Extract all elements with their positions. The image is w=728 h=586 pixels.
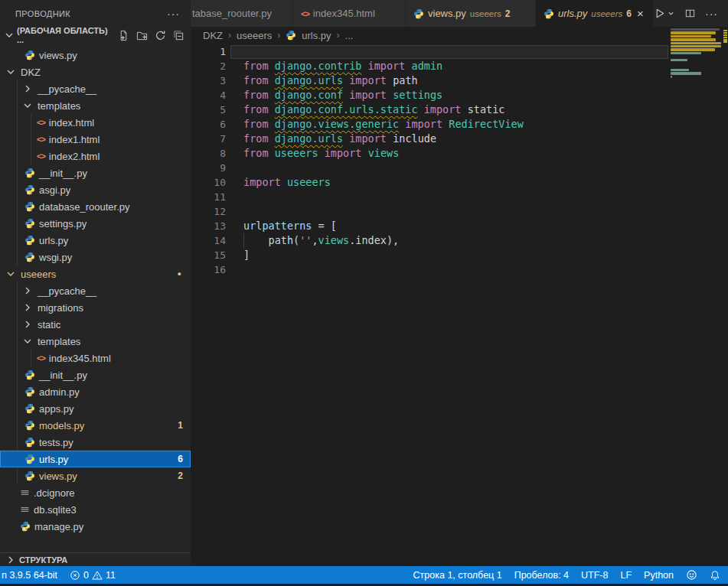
workspace-section-header[interactable]: (РАБОЧАЯ ОБЛАСТЬ) ... — [0, 27, 191, 44]
encoding[interactable]: UTF-8 — [581, 570, 608, 581]
outline-section-header[interactable]: СТРУКТУРА — [0, 552, 191, 566]
tree-item-DKZ[interactable]: DKZ — [0, 63, 191, 80]
code-line-4[interactable]: 4from django.conf import settings — [191, 88, 728, 103]
tree-item-__init__.py[interactable]: __init__.py — [0, 164, 191, 181]
tree-item-settings.py[interactable]: settings.py — [0, 215, 191, 232]
language-mode[interactable]: Python — [644, 570, 674, 581]
tree-item-label: __pycache__ — [38, 83, 96, 95]
line-number[interactable]: 11 — [191, 190, 226, 204]
python-icon — [24, 386, 35, 397]
run-button[interactable] — [654, 8, 675, 19]
line-number[interactable]: 16 — [191, 262, 226, 277]
chevron-down-icon — [3, 29, 15, 41]
code-line-15[interactable]: 15] — [191, 248, 728, 262]
code-line-14[interactable]: 14 path('',views.index), — [191, 233, 728, 248]
tab-description: useeers — [591, 9, 622, 18]
tree-item-templates[interactable]: templates — [0, 97, 191, 114]
tree-item-index1.html[interactable]: <>index1.html — [0, 131, 191, 148]
code-line-1[interactable]: 1 — [191, 44, 728, 59]
new-file-icon[interactable] — [118, 30, 129, 41]
tab-urls.py[interactable]: urls.pyuseeers6× — [536, 0, 654, 27]
code-line-7[interactable]: 7from django.urls import include — [191, 132, 728, 146]
split-editor-icon[interactable] — [684, 8, 696, 19]
line-number[interactable]: 9 — [191, 161, 226, 175]
line-number[interactable]: 5 — [191, 103, 226, 117]
minimap[interactable] — [669, 28, 723, 151]
tree-item-templates[interactable]: templates — [0, 333, 191, 350]
tree-item-index2.html[interactable]: <>index2.html — [0, 148, 191, 164]
python-interpreter[interactable]: n 3.9.5 64-bit — [2, 570, 57, 581]
line-number[interactable]: 2 — [191, 59, 226, 73]
line-number[interactable]: 4 — [191, 88, 226, 103]
explorer-more-actions-icon[interactable]: ··· — [167, 8, 180, 20]
eol-indicator[interactable]: LF — [620, 570, 632, 581]
tree-item-views.py[interactable]: views.py2 — [0, 467, 191, 484]
code-line-10[interactable]: 10import useeers — [191, 175, 728, 190]
cursor-position[interactable]: Строка 1, столбец 1 — [413, 570, 502, 581]
tree-item-models.py[interactable]: models.py1 — [0, 417, 191, 434]
tab-index345.html[interactable]: <>index345.html — [293, 0, 406, 27]
tree-item-label: __pycache__ — [38, 285, 96, 297]
breadcrumb-item[interactable]: useeers — [237, 30, 272, 41]
line-number[interactable]: 6 — [191, 117, 226, 132]
tree-item-apps.py[interactable]: apps.py — [0, 400, 191, 417]
problems-indicator[interactable]: 0 11 — [70, 570, 116, 581]
new-folder-icon[interactable] — [136, 30, 148, 41]
feedback-icon[interactable] — [686, 569, 697, 581]
line-number[interactable]: 12 — [191, 204, 226, 219]
code-line-6[interactable]: 6from django.views.generic import Redire… — [191, 117, 728, 132]
line-number[interactable]: 7 — [191, 132, 226, 146]
tree-item-static[interactable]: static — [0, 316, 191, 333]
collapse-all-icon[interactable] — [173, 30, 184, 41]
tree-item-manage.py[interactable]: manage.py — [0, 518, 191, 535]
code-line-9[interactable]: 9 — [191, 161, 728, 175]
indentation[interactable]: Пробелов: 4 — [514, 570, 569, 581]
code-area[interactable]: 12from django.contrib import admin3from … — [191, 44, 728, 277]
code-line-16[interactable]: 16 — [191, 262, 728, 277]
code-line-8[interactable]: 8from useeers import views — [191, 146, 728, 161]
tree-item-database_roouter.py[interactable]: database_roouter.py — [0, 198, 191, 215]
code-line-5[interactable]: 5from django.conf.urls.static import sta… — [191, 103, 728, 117]
chevron-down-icon[interactable] — [667, 9, 675, 18]
tree-item-tests.py[interactable]: tests.py — [0, 434, 191, 451]
code-line-12[interactable]: 12 — [191, 204, 728, 219]
code-line-3[interactable]: 3from django.urls import path — [191, 73, 728, 88]
tree-item-asgi.py[interactable]: asgi.py — [0, 181, 191, 198]
refresh-icon[interactable] — [155, 30, 166, 41]
breadcrumb-item[interactable]: urls.py — [302, 30, 331, 41]
line-number[interactable]: 14 — [191, 233, 226, 248]
code-line-11[interactable]: 11 — [191, 190, 728, 204]
tree-item-useeers[interactable]: useeers● — [0, 265, 191, 282]
close-icon[interactable]: × — [637, 8, 644, 19]
tree-item-migrations[interactable]: migrations — [0, 299, 191, 316]
overview-ruler[interactable] — [723, 27, 728, 549]
line-number[interactable]: 10 — [191, 175, 226, 190]
tree-item-__pycache__[interactable]: __pycache__ — [0, 80, 191, 97]
breadcrumb-item[interactable]: ... — [345, 30, 354, 41]
line-number[interactable]: 15 — [191, 248, 226, 262]
code-line-2[interactable]: 2from django.contrib import admin — [191, 59, 728, 73]
python-icon — [24, 50, 35, 60]
line-number[interactable]: 13 — [191, 219, 226, 233]
code-line-13[interactable]: 13urlpatterns = [ — [191, 219, 728, 233]
tab-tabase_roouter.py[interactable]: tabase_roouter.py — [191, 0, 293, 27]
line-number[interactable]: 3 — [191, 73, 226, 88]
tree-item-index.html[interactable]: <>index.html — [0, 114, 191, 131]
tree-item-admin.py[interactable]: admin.py — [0, 383, 191, 400]
tree-item-index345.html[interactable]: <>index345.html — [0, 350, 191, 366]
tree-item-db.sqlite3[interactable]: db.sqlite3 — [0, 501, 191, 518]
tree-item-views.py[interactable]: views.py — [0, 47, 191, 63]
workspace-label: (РАБОЧАЯ ОБЛАСТЬ) ... — [17, 26, 116, 44]
tree-item-wsgi.py[interactable]: wsgi.py — [0, 249, 191, 265]
line-number[interactable]: 1 — [191, 44, 226, 59]
tree-item-urls.py[interactable]: urls.py — [0, 232, 191, 249]
tree-item-__pycache__[interactable]: __pycache__ — [0, 282, 191, 299]
line-number[interactable]: 8 — [191, 146, 226, 161]
bell-icon[interactable] — [710, 570, 720, 581]
more-actions-icon[interactable]: ··· — [705, 8, 718, 20]
tab-views.py[interactable]: views.pyuseeers2 — [406, 0, 536, 27]
tree-item-.dcignore[interactable]: .dcignore — [0, 484, 191, 501]
tree-item-__init__.py[interactable]: __init__.py — [0, 366, 191, 383]
breadcrumb-item[interactable]: DKZ — [203, 30, 223, 41]
tree-item-urls.py[interactable]: urls.py6 — [0, 451, 191, 467]
